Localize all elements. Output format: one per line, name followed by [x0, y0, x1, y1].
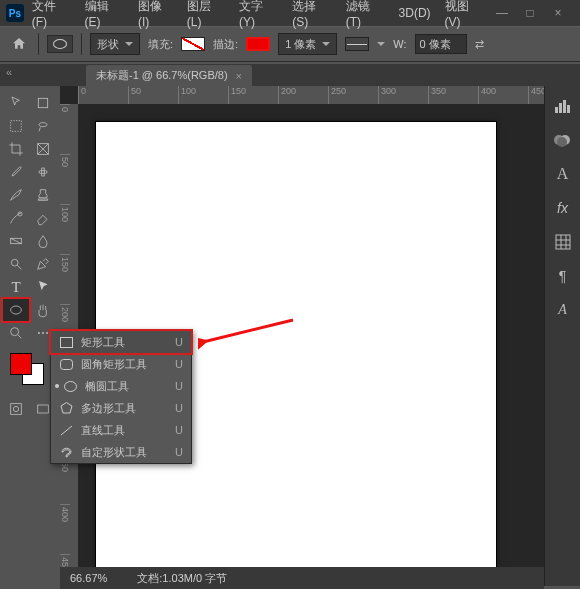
- svg-rect-1: [11, 121, 22, 132]
- paragraph-icon[interactable]: ¶: [553, 266, 573, 286]
- chevron-down-icon: [322, 42, 330, 46]
- move-tool[interactable]: [3, 92, 29, 114]
- fill-swatch[interactable]: [181, 37, 205, 51]
- menu-type[interactable]: 文字(Y): [233, 0, 284, 32]
- menu-filter[interactable]: 滤镜(T): [340, 0, 391, 32]
- collapse-panels-icon[interactable]: «: [6, 66, 12, 78]
- stamp-tool[interactable]: [30, 184, 56, 206]
- gradient-tool[interactable]: [3, 230, 29, 252]
- eraser-tool[interactable]: [30, 207, 56, 229]
- eyedropper-tool[interactable]: [3, 161, 29, 183]
- quickmask-toggle[interactable]: [3, 398, 29, 420]
- flyout-line-tool[interactable]: 直线工具 U: [51, 419, 191, 441]
- healing-tool[interactable]: [30, 161, 56, 183]
- pen-tool[interactable]: [30, 253, 56, 275]
- svg-point-18: [557, 137, 567, 147]
- menu-file[interactable]: 文件(F): [26, 0, 77, 32]
- flyout-ellipse-tool[interactable]: 椭圆工具 U: [51, 375, 191, 397]
- menu-select[interactable]: 选择(S): [286, 0, 337, 32]
- flyout-polygon-tool[interactable]: 多边形工具 U: [51, 397, 191, 419]
- svg-point-22: [64, 381, 76, 391]
- width-input[interactable]: [415, 34, 467, 54]
- foreground-color[interactable]: [10, 353, 32, 375]
- fill-label: 填充:: [148, 37, 173, 52]
- brush-tool[interactable]: [3, 184, 29, 206]
- svg-point-8: [11, 328, 19, 336]
- svg-rect-15: [567, 105, 570, 113]
- menu-layer[interactable]: 图层(L): [181, 0, 231, 32]
- menu-view[interactable]: 视图(V): [439, 0, 490, 32]
- path-select-tool[interactable]: [30, 276, 56, 298]
- stroke-label: 描边:: [213, 37, 238, 52]
- svg-rect-0: [38, 98, 47, 107]
- artboard-tool[interactable]: [30, 92, 56, 114]
- zoom-tool[interactable]: [3, 322, 29, 344]
- document-tab[interactable]: 未标题-1 @ 66.7%(RGB/8) ×: [86, 65, 252, 86]
- styles-icon[interactable]: fx: [553, 198, 573, 218]
- rectangle-icon: [59, 336, 73, 348]
- crop-tool[interactable]: [3, 138, 29, 160]
- ellipse-icon: [63, 380, 77, 392]
- hand-tool[interactable]: [30, 299, 56, 321]
- svg-marker-23: [61, 403, 72, 414]
- svg-rect-3: [39, 171, 47, 174]
- type-tool[interactable]: T: [3, 276, 29, 298]
- app-logo: Ps: [6, 4, 24, 22]
- menu-bar: Ps 文件(F) 编辑(E) 图像(I) 图层(L) 文字(Y) 选择(S) 滤…: [0, 0, 580, 26]
- flyout-rounded-rectangle-tool[interactable]: 圆角矩形工具 U: [51, 353, 191, 375]
- document-info[interactable]: 文档:1.03M/0 字节: [137, 571, 227, 586]
- line-icon: [59, 424, 73, 436]
- history-brush-tool[interactable]: [3, 207, 29, 229]
- chevron-down-icon: [377, 42, 385, 46]
- frame-tool[interactable]: [30, 138, 56, 160]
- blur-tool[interactable]: [30, 230, 56, 252]
- minimize-button[interactable]: —: [492, 6, 512, 20]
- maximize-button[interactable]: □: [520, 6, 540, 20]
- svg-rect-13: [559, 103, 562, 113]
- flyout-custom-shape-tool[interactable]: 自定形状工具 U: [51, 441, 191, 463]
- svg-point-7: [11, 306, 22, 314]
- chevron-down-icon: [125, 42, 133, 46]
- status-bar: 66.67% 文档:1.03M/0 字节: [60, 567, 544, 589]
- stroke-width-dropdown[interactable]: 1 像素: [278, 33, 337, 55]
- svg-rect-11: [38, 405, 49, 413]
- svg-rect-20: [60, 337, 72, 347]
- shape-tool[interactable]: [3, 299, 29, 321]
- shape-mode-dropdown[interactable]: 形状: [90, 33, 140, 55]
- shape-tool-flyout: 矩形工具 U 圆角矩形工具 U 椭圆工具 U 多边形工具 U 直线工具 U 自定…: [50, 330, 192, 464]
- svg-rect-12: [555, 107, 558, 113]
- lasso-tool[interactable]: [30, 115, 56, 137]
- close-tab-icon[interactable]: ×: [236, 70, 242, 82]
- svg-rect-14: [563, 100, 566, 113]
- ruler-horizontal: 050100 150200250 300350400 450500: [78, 86, 544, 104]
- color-swatches[interactable]: [6, 351, 54, 387]
- menu-edit[interactable]: 编辑(E): [79, 0, 130, 32]
- character-icon[interactable]: A: [553, 164, 573, 184]
- histogram-icon[interactable]: [553, 96, 573, 116]
- marquee-tool[interactable]: [3, 115, 29, 137]
- swatches-icon[interactable]: [553, 130, 573, 150]
- link-icon[interactable]: ⇄: [475, 38, 484, 51]
- glyph-icon[interactable]: A: [553, 300, 573, 320]
- close-button[interactable]: ×: [548, 6, 568, 20]
- home-icon[interactable]: [8, 33, 30, 55]
- layers-icon[interactable]: [553, 232, 573, 252]
- svg-rect-21: [60, 359, 72, 369]
- svg-rect-19: [556, 235, 570, 249]
- svg-point-6: [11, 259, 18, 266]
- menu-image[interactable]: 图像(I): [132, 0, 179, 32]
- stroke-style-dropdown[interactable]: [345, 37, 369, 51]
- flyout-rectangle-tool[interactable]: 矩形工具 U: [51, 331, 191, 353]
- svg-rect-9: [11, 404, 22, 415]
- custom-shape-icon: [59, 446, 73, 458]
- stroke-swatch[interactable]: [246, 37, 270, 51]
- rounded-rectangle-icon: [59, 358, 73, 370]
- width-label: W:: [393, 38, 406, 50]
- menu-3d[interactable]: 3D(D): [393, 3, 437, 23]
- current-tool-icon[interactable]: [47, 35, 73, 53]
- window-controls: — □ ×: [492, 6, 574, 20]
- svg-point-10: [13, 406, 18, 411]
- zoom-level[interactable]: 66.67%: [70, 572, 107, 584]
- polygon-icon: [59, 402, 73, 414]
- dodge-tool[interactable]: [3, 253, 29, 275]
